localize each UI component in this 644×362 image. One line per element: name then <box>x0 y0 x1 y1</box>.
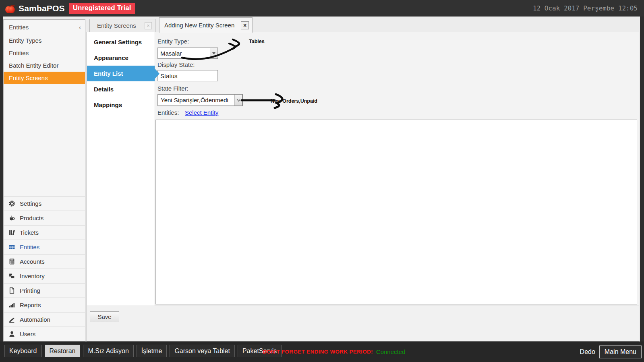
entity-type-label: Entity Type: <box>157 38 189 45</box>
pencil-icon <box>8 316 15 323</box>
books-icon <box>8 229 15 236</box>
entity-type-annotation: Tables <box>249 39 265 44</box>
save-button[interactable]: Save <box>90 311 119 322</box>
close-tab-icon[interactable]: × <box>145 22 152 29</box>
logged-in-user: Dedo <box>580 348 595 356</box>
menu-label: Inventory <box>20 273 45 279</box>
sidebar-item-entities[interactable]: Entities <box>4 47 85 59</box>
clock: 12 Ocak 2017 Perşembe 12:05 <box>533 4 638 12</box>
gear-icon <box>8 200 15 207</box>
state-filter-label: State Filter: <box>157 85 188 92</box>
entity-list-area <box>155 120 637 304</box>
menu-item-users[interactable]: Users <box>4 327 85 341</box>
work-period-warning: DON'T FORGET ENDING WORK PERIOD! <box>263 349 373 355</box>
menu-item-inventory[interactable]: Inventory <box>4 269 85 283</box>
main-menu-button[interactable]: Main Menu <box>599 345 642 358</box>
statusbar: Keyboard Restoran M.Sız Adisyon İşletme … <box>0 341 644 362</box>
app-window: SambaPOS Unregistered Trial 12 Ocak 2017… <box>0 0 644 362</box>
state-filter-select[interactable]: Yeni Siparişler,Ödenmedi <box>157 94 243 106</box>
sidebar-title: Entities <box>9 24 79 31</box>
entity-type-value: Masalar <box>158 50 210 57</box>
menu-label: Tickets <box>20 229 39 236</box>
entity-screen-subnav: General Settings Appearance Entity List … <box>87 32 155 306</box>
menu-label: Users <box>20 331 35 337</box>
subnav-entity-list[interactable]: Entity List <box>87 66 155 81</box>
garson-veya-tablet-button[interactable]: Garson veya Tablet <box>170 345 235 357</box>
document-icon <box>8 287 15 294</box>
sidebar-item-entity-types[interactable]: Entity Types <box>4 34 85 47</box>
display-state-label: Display State: <box>157 61 195 68</box>
menu-item-automation[interactable]: Automation <box>4 312 85 327</box>
tab-adding-new-entity-screen[interactable]: Adding New Entity Screen × <box>159 17 253 33</box>
subnav-mappings[interactable]: Mappings <box>87 97 155 113</box>
sambapos-logo-icon <box>4 2 16 14</box>
entity-type-select[interactable]: Masalar <box>157 48 218 59</box>
sidebar-item-entity-screens[interactable]: Entity Screens <box>4 72 85 84</box>
menu-label: Accounts <box>20 258 45 265</box>
table-grid-icon <box>8 244 15 250</box>
sidebar-module-menu: Settings Products Tickets <box>4 196 85 341</box>
connection-status: Connected <box>376 348 406 355</box>
isletme-button[interactable]: İşletme <box>137 345 167 357</box>
menu-label: Settings <box>20 200 41 207</box>
sidebar-item-batch-entity-editor[interactable]: Batch Entity Editor <box>4 59 85 72</box>
menu-item-tickets[interactable]: Tickets <box>4 225 85 240</box>
msiz-adisyon-button[interactable]: M.Sız Adisyon <box>83 345 133 357</box>
subnav-appearance[interactable]: Appearance <box>87 50 155 66</box>
trial-badge: Unregistered Trial <box>69 3 135 14</box>
tab-label: Entity Screens <box>97 22 145 29</box>
app-title: SambaPOS <box>19 4 65 13</box>
menu-item-settings[interactable]: Settings <box>4 196 85 211</box>
sidebar: Entities ‹ Entity Types Entities Batch E… <box>3 19 85 341</box>
subnav-general-settings[interactable]: General Settings <box>87 34 155 50</box>
close-tab-icon[interactable]: × <box>241 21 249 29</box>
menu-item-reports[interactable]: Reports <box>4 298 85 312</box>
tab-entity-screens[interactable]: Entity Screens × <box>89 19 155 32</box>
menu-label: Entities <box>20 244 39 250</box>
sidebar-header: Entities ‹ <box>4 20 85 34</box>
content-panel: General Settings Appearance Entity List … <box>87 32 639 341</box>
state-filter-value: Yeni Siparişler,Ödenmedi <box>158 97 234 103</box>
menu-label: Products <box>20 215 43 221</box>
display-state-input[interactable] <box>157 70 218 81</box>
state-filter-annotation: New Orders,Unpaid <box>271 98 317 104</box>
titlebar: SambaPOS Unregistered Trial 12 Ocak 2017… <box>0 0 644 17</box>
user-icon <box>8 331 15 337</box>
statusbar-nav: Keyboard Restoran M.Sız Adisyon İşletme … <box>4 345 282 357</box>
menu-label: Reports <box>20 302 41 308</box>
restoran-button[interactable]: Restoran <box>45 345 81 357</box>
menu-item-entities[interactable]: Entities <box>4 240 85 254</box>
subnav-details[interactable]: Details <box>87 81 155 97</box>
bar-chart-icon <box>8 302 15 308</box>
collapse-sidebar-icon[interactable]: ‹ <box>79 24 81 31</box>
tab-label: Adding New Entity Screen <box>164 22 241 29</box>
keyboard-button[interactable]: Keyboard <box>4 345 42 357</box>
menu-label: Automation <box>20 316 50 323</box>
select-entity-link[interactable]: Select Entity <box>185 109 218 116</box>
menu-item-accounts[interactable]: Accounts <box>4 254 85 269</box>
calculator-icon <box>8 258 15 265</box>
coffee-cup-icon <box>8 215 15 221</box>
menu-item-printing[interactable]: Printing <box>4 283 85 298</box>
entities-label: Entities: <box>157 109 179 116</box>
panel-footer: Save <box>87 306 639 341</box>
menu-label: Printing <box>20 287 40 294</box>
dropdown-chevron-icon[interactable] <box>234 95 242 105</box>
dropdown-arrow-icon[interactable] <box>210 48 217 58</box>
stacked-boxes-icon <box>8 273 15 279</box>
menu-item-products[interactable]: Products <box>4 211 85 225</box>
